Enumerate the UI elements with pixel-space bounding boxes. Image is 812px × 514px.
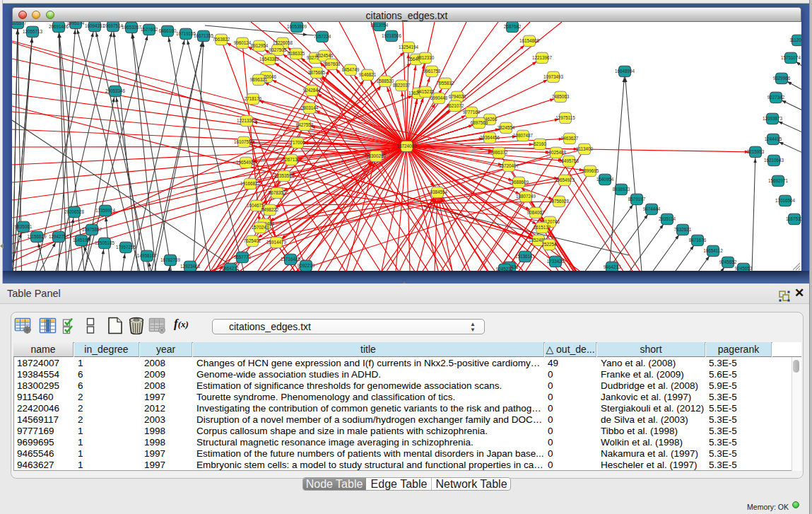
svg-text:8822037: 8822037	[393, 83, 411, 88]
svg-text:2687682: 2687682	[504, 24, 522, 29]
svg-text:1615132: 1615132	[534, 225, 551, 230]
svg-text:7485063: 7485063	[552, 94, 570, 99]
svg-text:9245212: 9245212	[496, 267, 514, 271]
svg-text:6466160: 6466160	[159, 28, 177, 33]
svg-text:20364456: 20364456	[480, 135, 500, 140]
svg-text:12093873: 12093873	[763, 116, 783, 121]
svg-text:9146821: 9146821	[359, 72, 377, 77]
svg-text:8678352: 8678352	[269, 190, 286, 195]
svg-text:9960124: 9960124	[234, 40, 252, 45]
svg-text:9324546: 9324546	[316, 53, 334, 58]
svg-text:10973493: 10973493	[543, 74, 564, 79]
svg-text:7832621: 7832621	[674, 227, 692, 232]
svg-text:3875685: 3875685	[308, 70, 326, 75]
svg-text:9464231: 9464231	[222, 266, 240, 271]
svg-text:15692971: 15692971	[768, 178, 789, 183]
svg-text:9415215: 9415215	[417, 89, 435, 94]
svg-text:6794028: 6794028	[449, 94, 466, 99]
svg-text:717006: 717006	[290, 140, 305, 145]
svg-text:9899695: 9899695	[582, 168, 599, 173]
svg-text:16210643: 16210643	[764, 158, 784, 163]
svg-text:18724007: 18724007	[396, 144, 417, 148]
svg-text:8813054: 8813054	[371, 23, 389, 28]
svg-text:9474444: 9474444	[643, 206, 661, 211]
svg-text:16671355: 16671355	[194, 33, 214, 38]
svg-text:8679197: 8679197	[628, 197, 646, 201]
svg-text:12213369: 12213369	[237, 118, 257, 123]
svg-text:12975115: 12975115	[555, 115, 575, 120]
svg-text:9961758: 9961758	[423, 69, 441, 74]
svg-text:18300295: 18300295	[366, 153, 387, 158]
svg-text:2803144: 2803144	[301, 105, 319, 110]
svg-text:12942757: 12942757	[49, 234, 69, 239]
svg-text:1640954: 1640954	[596, 177, 614, 182]
svg-text:16914479: 16914479	[266, 240, 287, 245]
svg-text:7625402: 7625402	[244, 238, 261, 243]
svg-text:9329966: 9329966	[773, 76, 791, 81]
svg-text:8938923: 8938923	[613, 187, 630, 192]
svg-text:18807249: 18807249	[516, 194, 536, 199]
svg-text:5498222: 5498222	[261, 207, 279, 212]
svg-text:12055713: 12055713	[23, 29, 43, 34]
svg-text:1995174: 1995174	[67, 22, 85, 25]
svg-text:16094351: 16094351	[85, 23, 105, 28]
svg-text:1570243: 1570243	[252, 225, 269, 230]
svg-text:9092219: 9092219	[298, 263, 315, 268]
svg-text:20206528: 20206528	[64, 209, 85, 214]
svg-text:9777169: 9777169	[463, 110, 481, 115]
svg-text:1527602: 1527602	[141, 27, 158, 32]
svg-text:19756928: 19756928	[549, 199, 570, 204]
svg-text:8427552: 8427552	[296, 122, 314, 127]
svg-text:20697514: 20697514	[103, 23, 124, 28]
svg-text:29053346: 29053346	[105, 88, 126, 93]
svg-text:7357224: 7357224	[314, 34, 331, 39]
svg-text:8215953: 8215953	[747, 149, 765, 154]
svg-text:9327505: 9327505	[269, 47, 287, 52]
svg-text:9463627: 9463627	[561, 136, 579, 141]
svg-text:10653267: 10653267	[122, 25, 142, 30]
svg-text:19654923: 19654923	[555, 177, 575, 182]
svg-text:16154808: 16154808	[519, 38, 540, 43]
svg-text:3824554: 3824554	[498, 125, 515, 130]
svg-text:2867608: 2867608	[323, 62, 341, 66]
svg-text:10025488: 10025488	[546, 150, 567, 155]
svg-text:8454749: 8454749	[342, 67, 360, 72]
svg-text:16648994: 16648994	[615, 69, 635, 74]
svg-text:1167531: 1167531	[786, 216, 801, 221]
svg-text:10807487: 10807487	[513, 133, 534, 138]
svg-text:9835061: 9835061	[15, 224, 33, 229]
svg-text:2718176: 2718176	[245, 96, 262, 101]
svg-text:15136141: 15136141	[515, 254, 536, 259]
svg-text:16543382: 16543382	[259, 57, 280, 62]
svg-text:16495758: 16495758	[559, 158, 579, 163]
svg-text:7986372: 7986372	[490, 150, 508, 155]
svg-text:8267130: 8267130	[283, 157, 300, 162]
svg-text:17016504: 17016504	[775, 198, 796, 203]
svg-text:252254: 252254	[541, 242, 557, 247]
svg-text:16053809: 16053809	[287, 24, 307, 29]
svg-text:9113400: 9113400	[576, 146, 594, 151]
svg-text:7663822: 7663822	[213, 37, 230, 42]
svg-text:8186325: 8186325	[288, 51, 305, 56]
svg-text:19166827: 19166827	[240, 181, 261, 186]
svg-text:7955812: 7955812	[437, 81, 454, 86]
svg-text:9812310: 9812310	[417, 55, 435, 60]
svg-text:11156829: 11156829	[27, 234, 47, 239]
svg-text:19218506: 19218506	[382, 33, 402, 38]
svg-text:14958107: 14958107	[137, 253, 158, 258]
svg-text:1112053: 1112053	[789, 37, 801, 42]
svg-text:19654925: 19654925	[236, 160, 257, 165]
svg-text:2935114: 2935114	[659, 216, 676, 221]
svg-text:9464233: 9464233	[604, 264, 621, 269]
svg-text:12353594: 12353594	[274, 173, 295, 178]
svg-text:1733426: 1733426	[547, 259, 565, 264]
svg-text:12213967: 12213967	[532, 55, 553, 60]
svg-text:20691406: 20691406	[49, 24, 69, 29]
svg-text:10654112: 10654112	[703, 248, 723, 253]
svg-text:15720407: 15720407	[499, 163, 519, 168]
svg-text:17957255: 17957255	[116, 245, 136, 250]
svg-text:15716485: 15716485	[281, 257, 301, 262]
svg-text:6897568: 6897568	[471, 120, 488, 125]
svg-text:1621072: 1621072	[447, 103, 464, 108]
svg-text:12923468: 12923468	[180, 264, 201, 269]
